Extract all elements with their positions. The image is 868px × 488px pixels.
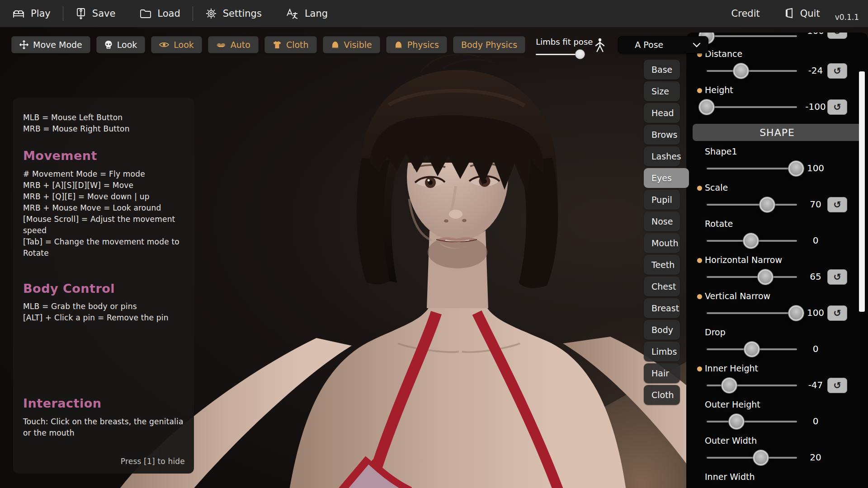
tab-eyes-selected[interactable]: Eyes bbox=[644, 168, 689, 188]
slider-handle[interactable] bbox=[744, 342, 760, 357]
tab-label: Cloth bbox=[651, 390, 674, 400]
look-eye-button[interactable]: Look bbox=[151, 36, 202, 53]
slider-track[interactable] bbox=[707, 204, 797, 206]
look-head-button[interactable]: Look bbox=[96, 36, 146, 53]
modified-dot bbox=[697, 88, 702, 93]
tab-breast[interactable]: Breast bbox=[644, 298, 680, 318]
movement-line: [Tab] = Change the movement mode to Rota… bbox=[23, 236, 189, 259]
settings-button[interactable]: Settings bbox=[193, 0, 274, 27]
movement-section-title: Movement bbox=[23, 147, 189, 165]
load-label: Load bbox=[157, 8, 180, 19]
tab-hair[interactable]: Hair bbox=[644, 363, 680, 383]
door-icon bbox=[784, 8, 794, 19]
undo-icon: ↺ bbox=[833, 102, 841, 113]
pose-select-dropdown[interactable]: A Pose bbox=[618, 36, 708, 53]
slider-label: Inner Height bbox=[705, 363, 758, 373]
tab-chest[interactable]: Chest bbox=[644, 277, 680, 296]
slider-track[interactable] bbox=[707, 421, 797, 422]
reset-button[interactable]: ↺ bbox=[827, 63, 847, 79]
cloth-button[interactable]: Cloth bbox=[264, 36, 317, 53]
slider-track[interactable] bbox=[707, 106, 797, 108]
tab-size[interactable]: Size bbox=[644, 81, 680, 101]
slider-track[interactable] bbox=[707, 348, 797, 350]
slider-handle[interactable] bbox=[760, 197, 775, 212]
translate-icon bbox=[286, 8, 299, 19]
slider-track[interactable] bbox=[707, 240, 797, 242]
reset-button[interactable]: ↺ bbox=[827, 378, 847, 393]
hide-hint-label: Press [1] to hide bbox=[121, 456, 185, 467]
tab-label: Head bbox=[651, 108, 674, 118]
tab-mouth[interactable]: Mouth bbox=[644, 233, 680, 253]
body-physics-button[interactable]: Body Physics bbox=[453, 36, 525, 53]
tab-base[interactable]: Base bbox=[644, 60, 680, 80]
slider-handle[interactable] bbox=[758, 269, 773, 285]
version-label: v0.1.1 bbox=[835, 13, 859, 22]
tab-pupil[interactable]: Pupil bbox=[644, 190, 680, 210]
slider-handle[interactable] bbox=[699, 99, 714, 115]
undo-icon: ↺ bbox=[833, 33, 841, 37]
tab-body[interactable]: Body bbox=[644, 320, 680, 340]
credit-label: Credit bbox=[731, 8, 760, 19]
quit-button[interactable]: Quit bbox=[772, 8, 832, 19]
tab-lashes[interactable]: Lashes bbox=[644, 146, 680, 166]
physics-hair-button[interactable]: Physics bbox=[386, 36, 447, 53]
tab-label: Brows bbox=[651, 130, 678, 140]
slider-track[interactable] bbox=[707, 168, 797, 169]
tab-teeth[interactable]: Teeth bbox=[644, 255, 680, 275]
tab-label: Limbs bbox=[651, 347, 677, 357]
slider-label: Shape1 bbox=[705, 146, 737, 156]
movement-line: MRB + Mouse Move = Look around bbox=[23, 202, 189, 214]
limbs-fit-pose-handle[interactable] bbox=[575, 49, 585, 59]
reset-button[interactable]: ↺ bbox=[827, 33, 847, 39]
tab-head[interactable]: Head bbox=[644, 103, 680, 123]
move-arrows-icon bbox=[19, 40, 28, 49]
reset-button[interactable]: ↺ bbox=[827, 269, 847, 285]
tab-brows[interactable]: Brows bbox=[644, 125, 680, 145]
slider-track[interactable] bbox=[707, 276, 797, 278]
slider-row-inner-width: Inner Width bbox=[686, 468, 868, 486]
tab-limbs[interactable]: Limbs bbox=[644, 342, 680, 361]
slider-handle[interactable] bbox=[753, 450, 769, 465]
slider-handle[interactable] bbox=[733, 63, 749, 79]
tab-nose[interactable]: Nose bbox=[644, 211, 680, 231]
visible-hair-button[interactable]: Visible bbox=[323, 36, 380, 53]
slider-handle[interactable] bbox=[729, 414, 744, 429]
load-button[interactable]: Load bbox=[127, 0, 192, 27]
slider-track[interactable] bbox=[707, 312, 797, 314]
panel-scrollbar[interactable] bbox=[859, 71, 865, 312]
slider-handle[interactable] bbox=[743, 233, 759, 249]
modified-dot bbox=[697, 366, 702, 371]
save-button[interactable]: Save bbox=[63, 0, 128, 27]
credit-button[interactable]: Credit bbox=[719, 8, 772, 19]
eye-icon bbox=[159, 42, 169, 48]
reset-button[interactable]: ↺ bbox=[827, 197, 847, 212]
slider-label: Horizontal Narrow bbox=[705, 255, 782, 265]
slider-row-rotate: Rotate 0 bbox=[686, 215, 868, 251]
look-eye-label: Look bbox=[174, 40, 194, 50]
movement-line: MRB + [A][S][D][W] = Move bbox=[23, 180, 189, 191]
tab-label: Size bbox=[651, 86, 669, 96]
movement-line: # Movement Mode = Fly mode bbox=[23, 169, 189, 180]
help-line-mrb: MRB = Mouse Right Button bbox=[23, 123, 189, 135]
slider-row-height: Height -100 ↺ bbox=[686, 81, 868, 117]
play-button[interactable]: Play bbox=[0, 0, 63, 27]
lang-button[interactable]: Lang bbox=[274, 0, 340, 27]
tab-cloth[interactable]: Cloth bbox=[644, 385, 680, 405]
slider-track[interactable] bbox=[707, 385, 797, 386]
slider-handle[interactable] bbox=[722, 378, 737, 393]
slider-track[interactable] bbox=[707, 70, 797, 72]
auto-button[interactable]: Auto bbox=[208, 36, 259, 53]
reset-button[interactable]: ↺ bbox=[827, 305, 847, 321]
limbs-fit-pose-slider[interactable] bbox=[536, 54, 582, 55]
movement-line: MRB + [Q][E] = Move down | up bbox=[23, 191, 189, 202]
nostril-right bbox=[462, 219, 467, 222]
save-label: Save bbox=[92, 8, 116, 19]
move-mode-button[interactable]: Move Mode bbox=[11, 36, 90, 53]
pose-selected-value: A Pose bbox=[635, 40, 663, 50]
lips-icon bbox=[216, 42, 226, 48]
slider-row-horizontal-narrow: Horizontal Narrow 65 ↺ bbox=[686, 251, 868, 287]
reset-button[interactable]: ↺ bbox=[827, 99, 847, 115]
slider-track[interactable] bbox=[707, 35, 797, 37]
slider-track[interactable] bbox=[707, 457, 797, 459]
undo-icon: ↺ bbox=[833, 308, 841, 319]
